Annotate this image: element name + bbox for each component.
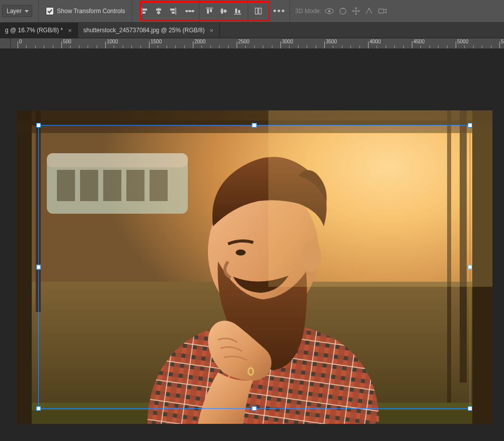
ruler-major-tick — [499, 41, 500, 48]
ruler-minor-tick — [377, 45, 377, 48]
transform-handle-top-left[interactable] — [36, 123, 41, 128]
ruler-minor-tick — [53, 45, 53, 48]
ruler-origin-corner[interactable] — [0, 38, 11, 48]
distribute-horizontal-button[interactable] — [183, 4, 197, 18]
svg-rect-15 — [210, 9, 212, 12]
three-d-mode-label: 3D Mode: — [290, 8, 322, 15]
align-bottom-edges-button[interactable] — [231, 4, 245, 18]
auto-select-dropdown[interactable]: Layer — [2, 5, 32, 17]
align-top-edges-button[interactable] — [202, 4, 217, 18]
align-top-edges-icon — [205, 7, 213, 15]
three-d-roll-icon — [338, 7, 347, 16]
ruler-minor-tick — [26, 45, 27, 48]
ruler-tick-label: 3000 — [282, 39, 293, 44]
three-d-camera-icon — [378, 7, 388, 15]
svg-rect-18 — [224, 10, 226, 13]
close-icon[interactable]: × — [208, 27, 214, 34]
show-transform-checkbox[interactable] — [46, 7, 54, 15]
ruler-tick-label: 5000 — [457, 39, 468, 44]
align-vertical-centers-button[interactable] — [217, 4, 231, 18]
ruler-minor-tick — [88, 45, 88, 48]
align-horizontal-centers-button[interactable] — [152, 4, 166, 18]
three-d-orbit-icon — [324, 7, 334, 16]
document-tab-active[interactable]: g @ 16.7% (RGB/8) * × — [0, 23, 78, 38]
ruler-tick-label: 1500 — [151, 39, 162, 44]
transform-handle-top-center[interactable] — [252, 123, 257, 128]
ruler-minor-tick — [35, 45, 36, 48]
svg-rect-8 — [172, 12, 175, 14]
ruler-major-tick — [61, 41, 62, 48]
ruler-major-tick — [193, 41, 193, 48]
ruler-minor-tick — [131, 45, 132, 48]
ruler-major-tick — [18, 41, 18, 48]
auto-align-layers-button[interactable] — [251, 4, 265, 18]
ruler-minor-tick — [210, 45, 211, 48]
ruler-minor-tick — [70, 45, 70, 48]
ruler-minor-tick — [97, 45, 97, 48]
svg-rect-28 — [379, 9, 384, 13]
svg-point-25 — [328, 10, 331, 13]
transform-handle-top-right[interactable] — [468, 123, 472, 128]
horizontal-ruler[interactable]: 0500100015002000250030003500400045005000… — [0, 38, 504, 49]
svg-rect-14 — [207, 9, 209, 14]
ruler-minor-tick — [245, 45, 246, 48]
document-tab[interactable]: shutterstock_245737084.jpg @ 25% (RGB/8)… — [78, 23, 220, 38]
document-tab-label: g @ 16.7% (RGB/8) * — [5, 27, 63, 34]
transform-handle-bottom-center[interactable] — [252, 406, 257, 411]
ruler-minor-tick — [307, 45, 307, 48]
align-left-edges-icon — [140, 7, 149, 15]
ruler-major-tick — [105, 41, 106, 48]
ruler-minor-tick — [316, 45, 316, 48]
ruler-minor-tick — [44, 45, 44, 48]
ruler-tick-label: 0 — [19, 39, 22, 44]
ruler-minor-tick — [298, 45, 299, 48]
svg-rect-2 — [142, 12, 146, 14]
ruler-minor-tick — [359, 45, 360, 48]
ruler-tick-label: 4000 — [370, 39, 381, 44]
svg-rect-7 — [170, 9, 175, 11]
ruler-minor-tick — [289, 45, 290, 48]
ruler-tick-label: 1000 — [107, 39, 118, 44]
ruler-minor-tick — [333, 45, 333, 48]
ruler-minor-tick — [420, 45, 421, 48]
three-d-mode-icons — [322, 7, 388, 16]
ruler-major-tick — [412, 41, 412, 48]
close-icon[interactable]: × — [67, 27, 73, 34]
ruler-tick-label: 5500 — [501, 39, 504, 44]
ruler-tick-label: 500 — [63, 39, 71, 44]
transform-handle-left-center[interactable] — [36, 265, 41, 269]
more-options-button[interactable]: ••• — [269, 4, 290, 18]
ruler-minor-tick — [79, 45, 80, 48]
svg-rect-20 — [235, 9, 237, 13]
ruler-major-tick — [324, 41, 325, 48]
transform-handle-right-center[interactable] — [468, 265, 472, 269]
three-d-slide-icon — [365, 7, 374, 16]
svg-rect-21 — [238, 10, 240, 13]
checkmark-icon — [47, 9, 52, 14]
ruler-minor-tick — [175, 45, 176, 48]
svg-rect-17 — [221, 9, 223, 14]
distribute-horizontal-icon — [185, 7, 194, 15]
align-right-edges-button[interactable] — [166, 4, 180, 18]
transform-handle-bottom-right[interactable] — [468, 406, 472, 411]
show-transform-label: Show Transform Controls — [57, 8, 125, 15]
ruler-minor-tick — [158, 45, 158, 48]
ruler-minor-tick — [350, 45, 351, 48]
canvas-area[interactable] — [0, 49, 504, 441]
chevron-down-icon — [25, 10, 29, 13]
svg-point-27 — [369, 8, 370, 10]
ruler-minor-tick — [447, 45, 448, 48]
svg-rect-23 — [259, 8, 261, 14]
options-bar: Layer Show Transform Controls — [0, 0, 504, 23]
svg-rect-5 — [157, 12, 160, 14]
align-left-edges-button[interactable] — [137, 4, 152, 18]
ruler-minor-tick — [394, 45, 395, 48]
transform-handle-bottom-left[interactable] — [36, 406, 41, 411]
ruler-minor-tick — [140, 45, 141, 48]
document-tab-label: shutterstock_245737084.jpg @ 25% (RGB/8) — [83, 27, 204, 34]
align-bottom-edges-icon — [234, 7, 242, 15]
ruler-minor-tick — [386, 45, 386, 48]
ellipsis-icon: ••• — [273, 6, 285, 17]
svg-rect-1 — [142, 9, 147, 11]
transform-bounding-box[interactable] — [38, 125, 470, 409]
